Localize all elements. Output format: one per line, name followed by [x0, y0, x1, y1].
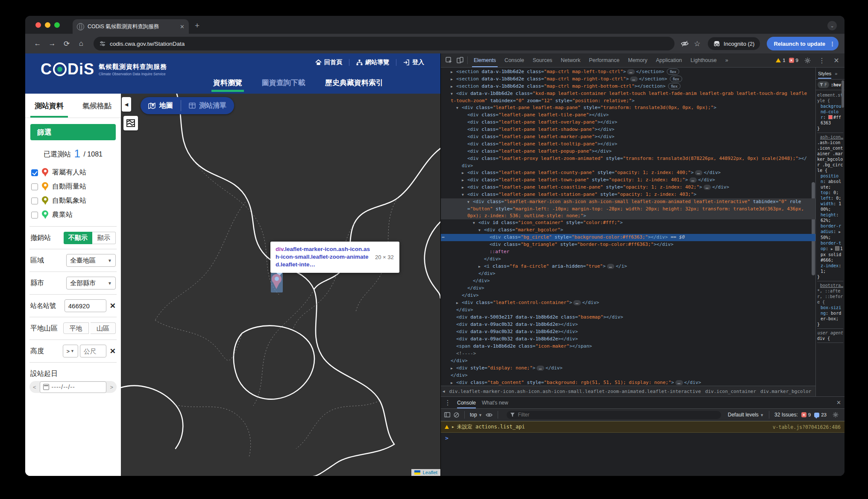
minimize-window-button[interactable] — [45, 22, 50, 28]
expander-icon[interactable]: ▼ — [456, 105, 462, 112]
breadcrumb-left-icon[interactable]: ◀ — [443, 389, 445, 393]
tree-line[interactable]: ▶<div class="leaflet-proxy leaflet-zoom-… — [441, 155, 815, 169]
css-property[interactable]: position: absolute; — [817, 173, 843, 190]
color-swatch[interactable] — [835, 246, 839, 251]
expand-icon[interactable]: ▶ — [452, 425, 454, 429]
log-levels-select[interactable]: Default levels ▼ — [728, 412, 764, 418]
inspect-element-icon[interactable] — [443, 55, 455, 66]
tab-application[interactable]: Application — [651, 53, 686, 67]
station-marker[interactable] — [271, 273, 282, 292]
tree-line[interactable]: ▶</div> — [441, 278, 815, 285]
styles-filter[interactable]: F — [818, 81, 829, 88]
prev-date-icon[interactable]: < — [33, 384, 36, 390]
reload-icon[interactable]: ⟳ — [60, 37, 73, 50]
scrollbar[interactable] — [842, 80, 844, 108]
clear-icon[interactable]: ✕ — [110, 301, 116, 310]
revoked-hide-button[interactable]: 不顯示 — [64, 232, 92, 244]
station-type-checkbox[interactable] — [31, 212, 38, 218]
console-warning-row[interactable]: ▶ 未設定 actions.list_api v-table.js?070416… — [441, 421, 845, 433]
tree-line[interactable]: ▶<div class="leaflet-pane leaflet-coastl… — [441, 184, 815, 191]
issues-errors[interactable]: ✕9 — [801, 412, 811, 417]
live-expression-eye-icon[interactable] — [486, 413, 493, 417]
more-menu-icon[interactable]: ⋮ — [830, 41, 835, 47]
breadcrumb-item[interactable]: div.marker_bgcolor — [760, 389, 811, 394]
station-id-input[interactable] — [65, 299, 106, 312]
expander-icon[interactable]: ▼ — [451, 91, 456, 97]
styles-tab[interactable]: Styles — [818, 68, 831, 79]
css-property[interactable]: top: 0; — [817, 190, 843, 195]
expander-icon[interactable]: ▶ — [451, 69, 456, 76]
tree-line[interactable]: ▶</div> — [441, 292, 815, 299]
tree-line[interactable]: ▶<div data-v-09ac0b32 data-v-1b8b6d2e></… — [441, 328, 815, 336]
tab-memory[interactable]: Memory — [624, 53, 651, 67]
tab-search-button[interactable]: ⌄ — [827, 21, 837, 30]
style-rule[interactable]: bootstra…*, ::after, ::before {box-sizin… — [817, 281, 843, 329]
expander-icon[interactable]: ▶ — [456, 300, 462, 307]
tree-line[interactable]: ▶<i class="fa fa-circle" aria-hidden="tr… — [441, 263, 815, 270]
tab-elements[interactable]: Elements — [469, 53, 500, 67]
tree-line[interactable]: ▶<section data-v-1b8b6d2e class="map-ctr… — [441, 68, 815, 76]
tree-line[interactable]: ▶<div style="display: none;">…</div> — [441, 365, 815, 372]
css-property[interactable]: border-top: ▶ 1px solid #666; — [817, 240, 843, 263]
expander-icon[interactable]: ▶ — [451, 76, 456, 83]
style-rule[interactable]: ash-icon….ash-icon .icon_container .mark… — [817, 133, 843, 281]
style-rule[interactable]: user agentdiv { — [817, 329, 843, 343]
relaunch-button[interactable]: Relaunch to update ⋮ — [767, 37, 839, 50]
expander-icon[interactable]: ▼ — [473, 220, 478, 227]
tree-line[interactable]: ▼<div class="leaflet-pane leaflet-statio… — [441, 191, 815, 198]
error-counter[interactable]: ✕9 — [789, 58, 798, 63]
devtools-settings-icon[interactable] — [802, 55, 813, 66]
map-view-button[interactable]: 地圖 — [141, 101, 181, 110]
device-toolbar-icon[interactable] — [455, 55, 466, 66]
tree-line[interactable]: ▶<div data-v-5003e217 data-v-1b8b6d2e cl… — [441, 314, 815, 321]
stylesheet-link[interactable]: ash-icon… — [817, 134, 843, 140]
expander-icon[interactable]: ▶ — [462, 177, 467, 184]
css-property[interactable]: box-sizing: border-box; — [817, 305, 843, 322]
tree-line[interactable]: ▶<section data-v-1b8b6d2e class="map-ctr… — [441, 76, 815, 83]
back-icon[interactable]: ← — [31, 37, 44, 50]
expander-icon[interactable]: ▶ — [451, 365, 456, 372]
tree-line[interactable]: ▶<div data-v-09ac0b32 data-v-1b8b6d2e></… — [441, 336, 815, 343]
css-property[interactable]: width: 100%; — [817, 201, 843, 212]
more-panes-icon[interactable]: » — [835, 71, 837, 76]
layers-control[interactable] — [123, 116, 138, 130]
expander-icon[interactable]: ▼ — [462, 192, 467, 198]
nav-map-download[interactable]: 圖資查詢下載 — [262, 78, 305, 94]
altitude-input[interactable] — [80, 345, 106, 357]
tab-close-icon[interactable]: ✕ — [180, 24, 185, 30]
tree-line[interactable]: ▶<div class="bg_triangle" style="border-… — [441, 241, 815, 248]
tree-line[interactable]: ▶<div class="leaflet-pane leaflet-popup-… — [441, 148, 815, 155]
nav-data-browse[interactable]: 資料瀏覽 — [213, 78, 242, 94]
expander-icon[interactable]: ▼ — [478, 227, 484, 234]
console-prompt[interactable]: > — [441, 433, 845, 443]
line-menu-icon[interactable]: ⋯ — [442, 234, 445, 241]
breadcrumb-item[interactable]: div.leaflet-marker-icon.ash-icon.ash-ico… — [449, 389, 701, 394]
tree-line[interactable]: ▶<div class="leaflet-pane leaflet-town-p… — [441, 177, 815, 184]
browser-tab[interactable]: CODiS 氣候觀測資料查詢服務 ✕ — [73, 19, 189, 34]
terrain-mountain-button[interactable]: 山區 — [91, 322, 116, 334]
tree-line[interactable]: ▶::after — [441, 248, 815, 256]
sidebar-collapse-button[interactable]: ◀ — [122, 97, 131, 112]
console-settings-icon[interactable] — [830, 409, 841, 420]
expander-icon[interactable]: ▶ — [462, 184, 467, 191]
tree-line[interactable]: ▶<div class="leaflet-pane leaflet-county… — [441, 169, 815, 177]
color-swatch[interactable] — [828, 115, 833, 119]
tree-line[interactable]: ⋯▶<div class="bg_circle" style="backgrou… — [441, 234, 815, 241]
nav-archive-index[interactable]: 歷史典藏資料索引 — [325, 78, 383, 94]
tab-network[interactable]: Network — [557, 53, 585, 67]
style-rule[interactable]: element.style {background-color: #ff6363… — [817, 91, 843, 133]
tree-line[interactable]: ▼<div class="leaflet-pane leaflet-map-pa… — [441, 104, 815, 112]
county-select[interactable]: 全部縣市▼ — [66, 277, 116, 289]
tree-line[interactable]: ▶<div class="leaflet-pane leaflet-overla… — [441, 119, 815, 126]
drawer-menu-icon[interactable]: ⋮ — [444, 397, 451, 408]
context-selector[interactable]: top ▼ — [470, 412, 482, 418]
zoom-window-button[interactable] — [54, 22, 60, 28]
bookmark-star-icon[interactable]: ☆ — [691, 37, 704, 50]
tree-line[interactable]: ▶<div class="leaflet-pane leaflet-tile-p… — [441, 112, 815, 119]
window-controls[interactable] — [35, 22, 60, 28]
whats-new-tab[interactable]: What's new — [482, 397, 508, 408]
tree-line[interactable]: ▼<div data-v-1b8b6d2e class="kxd-map lea… — [441, 90, 815, 104]
tab-lighthouse[interactable]: Lighthouse — [686, 53, 721, 67]
tree-line[interactable]: ▶</div> — [441, 256, 815, 263]
sitemap-link[interactable]: 網站導覽 — [349, 59, 396, 66]
